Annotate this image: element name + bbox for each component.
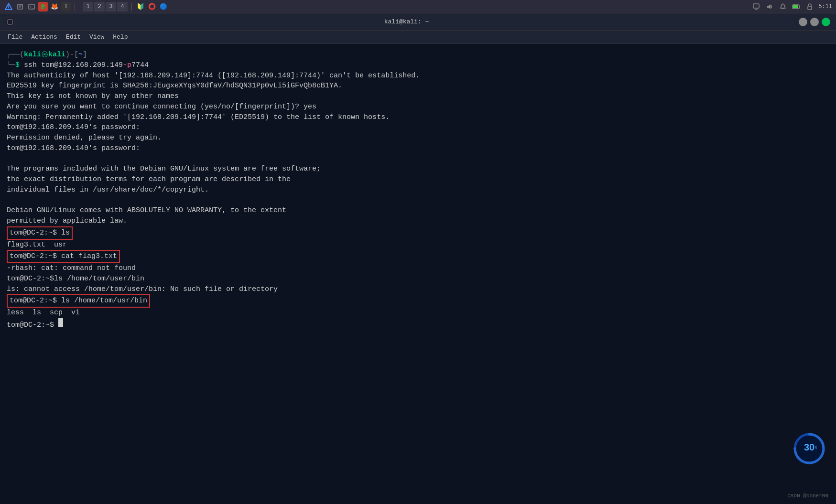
output-line-5: Warning: Permanently added '[192.168.209…	[7, 112, 829, 123]
tom-prompt-2: tom@DC-2:~$	[10, 252, 57, 260]
workspace-4[interactable]: 4	[117, 2, 128, 11]
svg-text:>_: >_	[30, 5, 34, 9]
kali-icon	[4, 2, 13, 11]
terminal-title: kali@kali: ~	[384, 18, 429, 25]
tom-prompt-ls: tom@DC-2:~$ ls	[7, 226, 829, 240]
firefox-icon[interactable]: 🦊	[50, 2, 59, 11]
tom-prompt-cat: tom@DC-2:~$ cat flag3.txt	[7, 250, 829, 263]
initial-prompt-line: ┌──(kali㉿kali)-[~]	[7, 50, 829, 60]
cat-output: -rbash: cat: command not found	[7, 263, 829, 274]
battery-icon	[792, 2, 801, 11]
text-editor-icon[interactable]: T	[61, 2, 71, 11]
ls-output: flag3.txt usr	[7, 240, 829, 250]
lock-icon	[805, 2, 814, 11]
menu-bar: File Actions Edit View Help	[0, 31, 836, 44]
terminal-content: ┌──(kali㉿kali)-[~] └─$ ssh tom@192.168.2…	[0, 44, 836, 504]
bracket-close: )-[	[65, 50, 78, 60]
menu-view[interactable]: View	[86, 32, 108, 42]
output-line-2: ED25519 key fingerprint is SHA256:JEugxe…	[7, 81, 829, 91]
dragon-icon[interactable]: 🐉	[38, 2, 48, 11]
terminal-window-icon	[6, 18, 14, 26]
output-line-13: permitted by applicable law.	[7, 216, 829, 226]
tom-prompt-1: tom@DC-2:~$	[10, 229, 57, 237]
tom-prompt-ls3: tom@DC-2:~$ ls /home/tom/usr/bin	[7, 294, 829, 308]
cmd-cat-highlighted: tom@DC-2:~$ cat flag3.txt	[7, 250, 120, 263]
tom-prompt-3: tom@DC-2:~$	[7, 274, 54, 284]
titlebar-left	[6, 18, 14, 26]
cmd-ssh: ssh tom@192.168.209.149	[24, 60, 123, 71]
app-icon-1[interactable]: 🔰	[136, 2, 145, 11]
svg-rect-18	[8, 20, 12, 24]
terminal-titlebar: kali@kali: ~	[0, 13, 836, 31]
monitor-icon	[751, 2, 761, 11]
maximize-button[interactable]	[810, 18, 819, 26]
app-icon-3[interactable]: 🔵	[159, 2, 168, 11]
menu-help[interactable]: Help	[109, 32, 131, 42]
svg-marker-12	[767, 4, 771, 9]
output-line-4: Are you sure you want to continue connec…	[7, 102, 829, 112]
cmd-port: 7744	[131, 60, 149, 71]
svg-rect-16	[793, 5, 798, 8]
cmd-ls3-text: ls /home/tom/usr/bin	[61, 297, 147, 305]
minimize-button[interactable]	[799, 18, 807, 26]
separator	[75, 3, 75, 11]
timer-widget: 30 x	[793, 432, 826, 466]
time-display: 5:11	[818, 3, 832, 10]
svg-rect-9	[753, 4, 759, 8]
output-line-3: This key is not known by any other names	[7, 91, 829, 102]
output-line-8: tom@192.168.209.149's password:	[7, 143, 829, 154]
files-icon[interactable]	[15, 2, 25, 11]
svg-rect-17	[808, 6, 812, 10]
separator2	[131, 3, 132, 11]
workspace-1[interactable]: 1	[83, 2, 93, 11]
system-bar-right: 5:11	[751, 2, 832, 11]
menu-edit[interactable]: Edit	[62, 32, 85, 42]
svg-rect-15	[799, 6, 800, 8]
output-line-1: The authenticity of host '[192.168.209.1…	[7, 71, 829, 81]
cmd-ls-text: ls	[61, 229, 70, 237]
blank-line-2	[7, 195, 829, 206]
menu-actions[interactable]: Actions	[27, 32, 61, 42]
svg-text:30: 30	[804, 442, 814, 452]
cmd-ls2-text: ls /home/tom/user/bin	[54, 274, 144, 284]
output-line-6: tom@192.168.209.149's password:	[7, 122, 829, 133]
output-line-7: Permission denied, please try again.	[7, 133, 829, 143]
workspace-numbers: 1 2 3 4	[83, 2, 128, 11]
workspace-3[interactable]: 3	[106, 2, 116, 11]
bracket-open: ┌──(	[7, 50, 24, 60]
prompt-user: kali	[24, 50, 41, 60]
cursor	[58, 318, 63, 327]
cmd-ls3-highlighted: tom@DC-2:~$ ls /home/tom/usr/bin	[7, 294, 150, 308]
tom-prompt-4: tom@DC-2:~$	[10, 297, 57, 305]
terminal-icon[interactable]: >_	[27, 2, 36, 11]
prompt-dir: ~	[78, 50, 83, 60]
output-line-12: Debian GNU/Linux comes with ABSOLUTELY N…	[7, 205, 829, 216]
bracket-close2: ]	[83, 50, 87, 60]
prompt-dollar: $	[15, 60, 24, 71]
svg-point-2	[8, 9, 9, 10]
prompt-at: ㉿	[41, 50, 48, 60]
system-bar-left: >_ 🐉 🦊 T 1 2 3 4 🔰 ⭕ 🔵	[4, 2, 749, 11]
titlebar-controls	[799, 18, 830, 26]
prompt-arrow: └─	[7, 60, 15, 71]
prompt-host: kali	[48, 50, 65, 60]
ls3-output: less ls scp vi	[7, 308, 829, 318]
ls2-output: ls: cannot access /home/tom/user/bin: No…	[7, 284, 829, 295]
workspace-2[interactable]: 2	[94, 2, 105, 11]
final-prompt-line: tom@DC-2:~$	[7, 318, 829, 331]
cmd-cat-text: cat flag3.txt	[61, 252, 117, 260]
output-line-10: the exact distribution terms for each pr…	[7, 174, 829, 185]
blank-line-1	[7, 154, 829, 164]
output-line-9: The programs included with the Debian GN…	[7, 164, 829, 174]
command-line: └─$ ssh tom@192.168.209.149 -p 7744	[7, 60, 829, 71]
menu-file[interactable]: File	[4, 32, 26, 42]
cmd-flag-p: -p	[123, 60, 131, 71]
tom-prompt-ls2: tom@DC-2:~$ ls /home/tom/user/bin	[7, 274, 829, 284]
app-icon-2[interactable]: ⭕	[147, 2, 157, 11]
cmd-ls-highlighted: tom@DC-2:~$ ls	[7, 226, 73, 240]
svg-text:x: x	[815, 444, 817, 450]
watermark: CSDN @coner00	[787, 493, 828, 500]
close-button[interactable]	[822, 18, 830, 26]
system-bar: >_ 🐉 🦊 T 1 2 3 4 🔰 ⭕ 🔵	[0, 0, 836, 13]
output-line-11: individual files in /usr/share/doc/*/cop…	[7, 185, 829, 195]
